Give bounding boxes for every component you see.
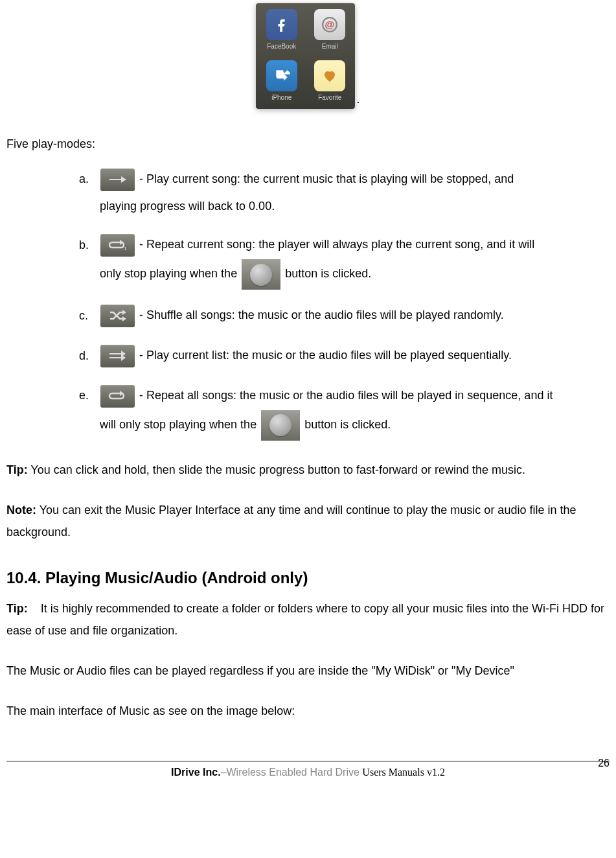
tip-label: Tip: bbox=[6, 602, 28, 615]
repeat-current-song-icon: 1 bbox=[100, 234, 135, 257]
share-item-facebook: FaceBook bbox=[258, 6, 304, 55]
tip-paragraph: Tip: You can click and hold, then slide … bbox=[6, 459, 610, 481]
footer-brand: IDrive Inc. bbox=[171, 767, 220, 778]
share-item-email: @ Email bbox=[307, 6, 353, 55]
list-label: b. bbox=[79, 231, 97, 259]
intro-text: Five play-modes: bbox=[6, 135, 610, 154]
list-item-c: c. - Shuffle all songs: the music or the… bbox=[79, 301, 610, 330]
facebook-icon bbox=[266, 9, 297, 40]
play-current-list-icon bbox=[100, 345, 135, 367]
share-label: FaceBook bbox=[267, 41, 296, 52]
list-label: c. bbox=[79, 302, 97, 330]
tip2-paragraph: Tip: It is highly recommended to create … bbox=[6, 597, 610, 642]
period-text: . bbox=[356, 93, 359, 106]
list-item-a: a. - Play current song: the current musi… bbox=[79, 165, 610, 219]
footer-version: Users Manuals v1.2 bbox=[362, 767, 445, 778]
play-mode-list: a. - Play current song: the current musi… bbox=[79, 165, 610, 441]
text: - Play current list: the music or the au… bbox=[139, 349, 512, 362]
text: - Repeat all songs: the music or the aud… bbox=[139, 389, 553, 402]
tip-label: Tip: bbox=[6, 463, 28, 476]
text: playing progress will back to 0.00. bbox=[100, 194, 610, 220]
list-label: a. bbox=[79, 165, 97, 193]
shuffle-icon bbox=[100, 305, 135, 327]
list-label: e. bbox=[79, 382, 97, 410]
note-label: Note: bbox=[6, 504, 36, 516]
tip-text: You can click and hold, then slide the m… bbox=[28, 463, 525, 476]
share-label: iPhone bbox=[271, 93, 291, 103]
svg-text:1: 1 bbox=[124, 246, 127, 251]
pause-icon bbox=[261, 410, 300, 441]
list-item-b: b. 1 - Repeat current song: the player w… bbox=[79, 231, 610, 290]
share-label: Email bbox=[322, 41, 338, 52]
text: will only stop playing when the bbox=[100, 418, 260, 431]
share-panel: FaceBook @ Email iPhone Favorite bbox=[256, 3, 355, 109]
page-footer: IDrive Inc.–Wireless Enabled Hard Drive … bbox=[6, 761, 610, 781]
repeat-all-songs-icon bbox=[100, 385, 135, 408]
share-item-favorite: Favorite bbox=[307, 58, 353, 107]
text: only stop playing when the bbox=[100, 267, 237, 280]
email-icon: @ bbox=[314, 9, 345, 40]
paragraph: The Music or Audio files can be played r… bbox=[6, 660, 610, 682]
footer-subtitle: –Wireless Enabled Hard Drive bbox=[221, 767, 363, 778]
play-current-song-icon bbox=[100, 168, 135, 191]
text: - Play current song: the current music t… bbox=[139, 172, 514, 185]
text: button is clicked. bbox=[285, 267, 371, 280]
svg-text:@: @ bbox=[325, 19, 335, 30]
list-item-e: e. - Repeat all songs: the music or the … bbox=[79, 382, 610, 441]
note-text: You can exit the Music Player Interface … bbox=[6, 504, 576, 539]
note-paragraph: Note: You can exit the Music Player Inte… bbox=[6, 499, 610, 543]
text: - Repeat current song: the player will a… bbox=[139, 238, 534, 251]
pause-icon bbox=[242, 259, 280, 290]
list-label: d. bbox=[79, 342, 97, 370]
iphone-icon bbox=[266, 60, 297, 91]
share-item-iphone: iPhone bbox=[258, 58, 304, 107]
share-label: Favorite bbox=[318, 93, 341, 103]
favorite-icon bbox=[314, 60, 345, 91]
page-number: 26 bbox=[598, 755, 610, 772]
paragraph: The main interface of Music as see on th… bbox=[6, 700, 610, 722]
text: - Shuffle all songs: the music or the au… bbox=[139, 308, 504, 321]
share-panel-figure: FaceBook @ Email iPhone Favorite . bbox=[6, 3, 610, 109]
text: button is clicked. bbox=[304, 418, 391, 431]
tip-text: It is highly recommended to create a fol… bbox=[6, 602, 608, 637]
section-heading: 10.4. Playing Music/Audio (Android only) bbox=[6, 566, 610, 590]
list-item-d: d. - Play current list: the music or the… bbox=[79, 342, 610, 370]
